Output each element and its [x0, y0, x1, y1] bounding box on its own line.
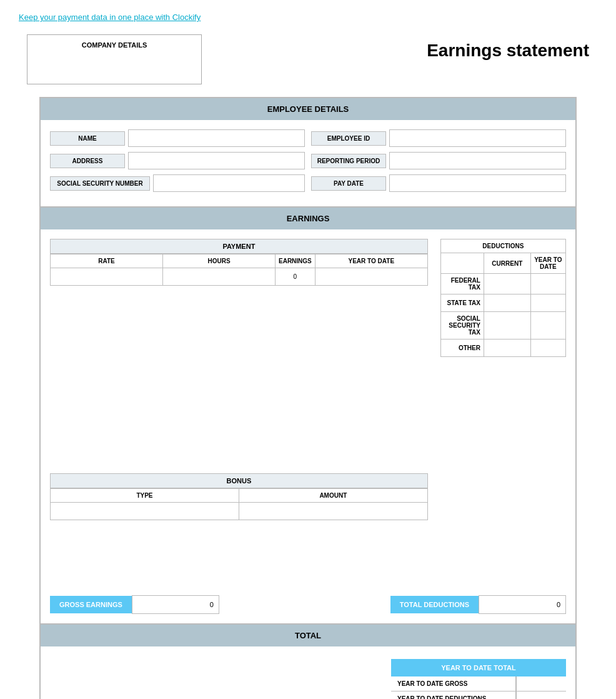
name-input[interactable]	[128, 129, 305, 147]
ssn-label: SOCIAL SECURITY NUMBER	[50, 176, 150, 191]
gross-earnings-box: GROSS EARNINGS 0	[50, 595, 219, 614]
bonus-table: TYPE AMOUNT	[50, 488, 428, 520]
ytd-row-label-0: YEAR TO DATE GROSS	[391, 676, 516, 691]
deductions-ytd-col: YEAR TO DATE	[530, 253, 565, 274]
payment-rate-cell[interactable]	[51, 268, 163, 286]
ytd-row-value-1[interactable]	[516, 691, 566, 699]
total-section: TOTAL YEAR TO DATE TOTAL YEAR TO DATE GR…	[40, 624, 576, 699]
gross-earnings-value: 0	[132, 595, 219, 614]
bonus-header: BONUS	[50, 473, 428, 488]
employee-details-header: EMPLOYEE DETAILS	[41, 98, 575, 120]
deduction-ytd-1[interactable]	[530, 294, 565, 312]
ytd-row-label-1: YEAR TO DATE DEDUCTIONS	[391, 691, 516, 699]
pay-date-field-row: PAY DATE	[311, 174, 566, 192]
employee-id-field-row: EMPLOYEE ID	[311, 129, 566, 147]
deduction-label-1: STATE TAX	[440, 294, 484, 312]
total-deductions-box: TOTAL DEDUCTIONS 0	[390, 595, 566, 614]
deduction-ytd-2[interactable]	[530, 312, 565, 339]
reporting-period-field-row: REPORTING PERIOD	[311, 152, 566, 169]
payment-earnings-cell: 0	[276, 268, 315, 286]
payment-table: RATE HOURS EARNINGS YEAR TO DATE	[50, 254, 428, 286]
name-label: NAME	[50, 131, 125, 146]
payment-earnings-col: EARNINGS	[276, 254, 315, 268]
ytd-row: YEAR TO DATE GROSS	[391, 676, 566, 691]
pay-date-input[interactable]	[389, 174, 566, 192]
deduction-current-1[interactable]	[484, 294, 530, 312]
deduction-label-2: SOCIAL SECURITY TAX	[440, 312, 484, 339]
deductions-header-cell: DEDUCTIONS	[440, 239, 565, 253]
company-details-label: COMPANY DETAILS	[34, 41, 195, 49]
deduction-ytd-0[interactable]	[530, 274, 565, 294]
table-row: FEDERAL TAX	[440, 274, 565, 294]
table-row: 0	[51, 268, 428, 286]
name-field-row: NAME	[50, 129, 305, 147]
bonus-subsection: BONUS TYPE AMOUNT	[50, 473, 428, 586]
employee-id-input[interactable]	[389, 129, 566, 147]
payment-subsection: PAYMENT RATE HOURS EARNINGS YEAR TO DATE	[50, 239, 428, 458]
reporting-period-input[interactable]	[389, 152, 566, 169]
employee-id-label: EMPLOYEE ID	[311, 131, 386, 146]
employee-details-section: EMPLOYEE DETAILS NAME ADDRESS	[40, 98, 576, 207]
total-header: TOTAL	[41, 625, 575, 646]
earnings-section: EARNINGS PAYMENT RATE HOURS	[40, 207, 576, 624]
total-deductions-value: 0	[479, 595, 566, 614]
deduction-label-0: FEDERAL TAX	[440, 274, 484, 294]
payment-hours-col: HOURS	[163, 254, 276, 268]
deductions-current-col: CURRENT	[484, 253, 530, 274]
bonus-amount-col: AMOUNT	[239, 489, 427, 503]
deductions-subsection: DEDUCTIONS CURRENT YEAR TO DATE	[440, 239, 566, 586]
total-deductions-label: TOTAL DEDUCTIONS	[390, 596, 479, 613]
table-row: STATE TAX	[440, 294, 565, 312]
bonus-type-cell[interactable]	[51, 503, 239, 520]
deduction-current-2[interactable]	[484, 312, 530, 339]
address-field-row: ADDRESS	[50, 152, 305, 169]
deduction-ytd-3[interactable]	[530, 339, 565, 357]
clockify-link[interactable]: Keep your payment data in one place with…	[19, 13, 201, 22]
deduction-label-3: OTHER	[440, 339, 484, 357]
deductions-table: DEDUCTIONS CURRENT YEAR TO DATE	[440, 239, 566, 357]
address-input[interactable]	[128, 152, 305, 169]
company-box: COMPANY DETAILS	[27, 34, 202, 84]
reporting-period-label: REPORTING PERIOD	[311, 154, 386, 168]
ytd-total-header: YEAR TO DATE TOTAL	[391, 659, 566, 676]
address-label: ADDRESS	[50, 154, 125, 168]
deduction-current-0[interactable]	[484, 274, 530, 294]
earnings-header: EARNINGS	[41, 208, 575, 229]
gross-earnings-label: GROSS EARNINGS	[50, 596, 132, 613]
payment-rate-col: RATE	[51, 254, 163, 268]
ytd-row-value-0[interactable]	[516, 676, 566, 691]
page-title: Earnings statement	[427, 34, 589, 61]
totals-row: GROSS EARNINGS 0 TOTAL DEDUCTIONS 0	[50, 595, 566, 614]
table-row: OTHER	[440, 339, 565, 357]
deduction-current-3[interactable]	[484, 339, 530, 357]
table-row: SOCIAL SECURITY TAX	[440, 312, 565, 339]
deductions-label-col	[440, 253, 484, 274]
payment-header: PAYMENT	[50, 239, 428, 254]
ssn-input[interactable]	[153, 174, 305, 192]
payment-ytd-cell[interactable]	[315, 268, 427, 286]
ytd-row: YEAR TO DATE DEDUCTIONS	[391, 691, 566, 699]
payment-ytd-col: YEAR TO DATE	[315, 254, 427, 268]
pay-date-label: PAY DATE	[311, 176, 386, 191]
ytd-table-wrap: YEAR TO DATE TOTAL YEAR TO DATE GROSS YE…	[391, 659, 566, 699]
payment-hours-cell[interactable]	[163, 268, 276, 286]
bonus-amount-cell[interactable]	[239, 503, 427, 520]
ssn-field-row: SOCIAL SECURITY NUMBER	[50, 174, 305, 192]
bonus-type-col: TYPE	[51, 489, 239, 503]
table-row	[51, 503, 428, 520]
